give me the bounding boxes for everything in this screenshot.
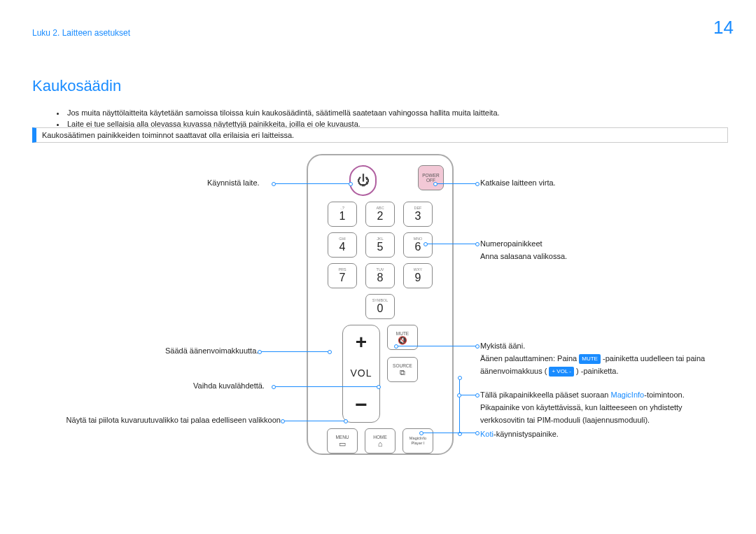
source-label: SOURCE — [393, 363, 412, 368]
callout-mute-2a: Äänen palauttaminen: Paina — [480, 354, 579, 363]
key-9[interactable]: WXY9 — [403, 263, 433, 288]
menu-icon: ▭ — [339, 440, 346, 448]
volume-label: VOL — [350, 367, 372, 379]
key-4[interactable]: GHI4 — [328, 232, 357, 258]
remote-diagram: ⏻ POWER OFF .,?1 ABC2 DEF3 GHI4 JKL5 MNO… — [32, 154, 728, 534]
callout-home-b: -käynnistyspainike. — [493, 430, 559, 438]
callout-home: Koti-käynnistyspainike. — [480, 430, 559, 438]
page-title: Kaukosäädin — [32, 77, 121, 95]
leader-source — [274, 386, 379, 387]
mute-icon: 🔇 — [398, 337, 407, 344]
power-off-label-1: POWER — [422, 173, 440, 178]
leader-num — [426, 244, 477, 244]
key-0[interactable]: SYMBOL0 — [365, 294, 395, 319]
mute-label: MUTE — [396, 331, 409, 336]
leader-menu — [283, 421, 346, 421]
home-button[interactable]: HOME ⌂ — [365, 428, 396, 454]
callout-magic-c: Pikapainike von käytettävissä, kun laitt… — [480, 403, 682, 412]
callout-mute-1: Mykistä ääni. — [480, 342, 525, 350]
home-icon: ⌂ — [378, 440, 383, 448]
key-1[interactable]: .,?1 — [328, 202, 357, 227]
menu-button[interactable]: MENU ▭ — [327, 428, 358, 454]
chapter-label: Luku 2. Laitteen asetukset — [32, 28, 130, 38]
callout-power-on: Käynnistä laite. — [207, 178, 260, 187]
callout-mute-3a: äänenvoimakkuus ( — [480, 367, 547, 375]
callout-mute-3: äänenvoimakkuus ( + VOL - ) -painiketta. — [480, 367, 619, 377]
leader-power-on — [274, 183, 351, 184]
leader-right-branch — [459, 378, 460, 434]
leader-mute — [396, 346, 477, 346]
leader-magic-h — [459, 395, 477, 395]
callout-mute-2b: -painiketta uudelleen tai paina — [603, 354, 705, 363]
callout-magic: Tällä pikapainikkeella pääset suoraan Ma… — [480, 391, 685, 399]
power-off-button[interactable]: POWER OFF — [418, 165, 444, 190]
volume-rocker[interactable]: + VOL − — [342, 325, 380, 423]
callout-mute-2: Äänen palauttaminen: Paina MUTE -painike… — [480, 354, 705, 364]
callout-num-2: Anna salasana valikossa. — [480, 252, 567, 260]
key-3[interactable]: DEF3 — [403, 202, 433, 227]
callout-magic-hi: MagicInfo — [611, 391, 645, 399]
leader-power-off — [435, 183, 477, 184]
key-5[interactable]: JKL5 — [365, 232, 395, 258]
callout-magic-a: Tällä pikapainikkeella pääset suoraan — [480, 391, 611, 399]
volume-plus: + — [356, 332, 367, 352]
remote-body: ⏻ POWER OFF .,?1 ABC2 DEF3 GHI4 JKL5 MNO… — [307, 154, 454, 455]
inline-mute-tag: MUTE — [579, 354, 601, 364]
menu-label: MENU — [335, 435, 349, 440]
source-icon: ⧉ — [400, 369, 405, 377]
callout-source: Vaihda kuvalähdettä. — [193, 381, 265, 390]
power-on-button[interactable]: ⏻ — [349, 165, 377, 196]
callout-magic-d: verkkosovitin tai PIM-moduuli (laajennus… — [480, 416, 650, 424]
key-6[interactable]: MNO6 — [403, 232, 433, 258]
volume-minus: − — [355, 394, 368, 415]
callout-magic-b: -toimintoon. — [644, 391, 684, 399]
source-button[interactable]: SOURCE ⧉ — [387, 357, 418, 382]
magicinfo-label-2: Player I — [412, 441, 425, 446]
callout-num-1: Numeropainikkeet — [480, 239, 542, 248]
key-2[interactable]: ABC2 — [365, 202, 395, 227]
callout-home-a: Koti — [480, 430, 493, 438]
leader-volume — [260, 351, 330, 352]
home-label: HOME — [373, 435, 387, 440]
key-8[interactable]: TUV8 — [365, 263, 395, 288]
callout-menu: Näytä tai piilota kuvaruutuvalikko tai p… — [45, 416, 283, 424]
page-number: 14 — [713, 17, 734, 38]
leader-home — [421, 433, 477, 433]
callout-volume: Säädä äänenvoimakkuutta. — [165, 346, 258, 355]
bullet-1: Jos muita näyttölaitteita käytetään samo… — [66, 108, 728, 117]
key-7[interactable]: PRS7 — [328, 263, 357, 288]
note-box: Kaukosäätimen painikkeiden toiminnot saa… — [32, 127, 728, 143]
callout-power-off: Katkaise laitteen virta. — [480, 178, 556, 187]
callout-mute-3b: ) -painiketta. — [576, 367, 619, 375]
inline-vol-tag: + VOL - — [549, 367, 574, 377]
magicinfo-label-1: MagicInfo — [410, 436, 426, 441]
